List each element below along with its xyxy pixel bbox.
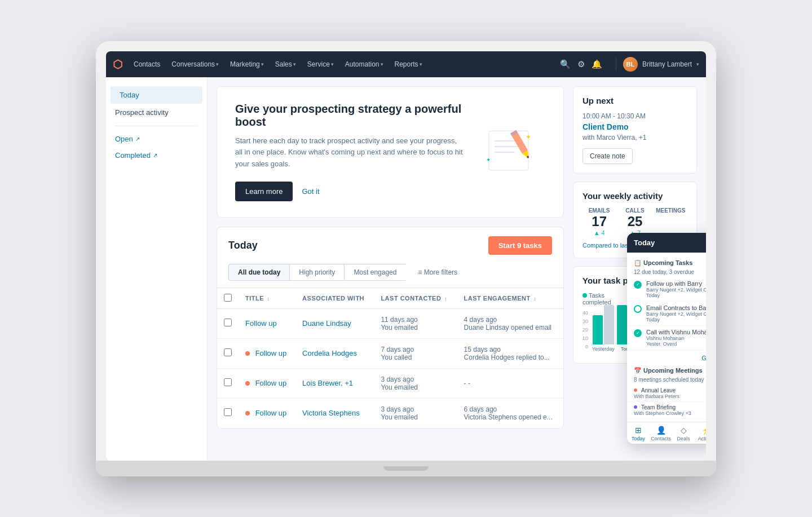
filter-more-button[interactable]: ≡ More filters	[410, 264, 465, 281]
mobile-nav-deals[interactable]: ◇ Deals	[672, 426, 695, 441]
mobile-title: Today	[634, 238, 655, 247]
tasks-title: Today	[228, 240, 258, 251]
meeting-1-dot	[634, 388, 637, 392]
sidebar-divider	[115, 126, 198, 126]
nav-marketing[interactable]: Marketing ▾	[226, 58, 268, 70]
contact-0[interactable]: Duane Lindsay	[302, 319, 351, 328]
task-1-time: Today	[646, 293, 706, 298]
task-title-2[interactable]: Follow up	[255, 379, 287, 387]
mobile-meeting-1[interactable]: Annual Leave With Barbara Peters Now	[627, 385, 706, 402]
meeting-name[interactable]: Client Demo	[582, 122, 687, 131]
sidebar-item-today[interactable]: Today	[111, 86, 202, 104]
meeting-1-with: With Barbara Peters	[634, 394, 706, 399]
table-row: Follow up Duane Lindsay 11 days ago You …	[217, 308, 563, 338]
tasks-filters: All due today High priority Most engaged…	[217, 264, 563, 288]
learn-more-button[interactable]: Learn more	[235, 182, 293, 201]
table-row: Follow up Victoria Stephens 3 days ago Y…	[217, 398, 563, 428]
row-checkbox-1[interactable]	[224, 348, 232, 356]
table-row: Follow up Cordelia Hodges 7 days ago You…	[217, 338, 563, 368]
mobile-nav-contacts[interactable]: 👤 Contacts	[650, 426, 672, 441]
meeting-3-name: Contract Renewal	[641, 421, 686, 422]
mobile-task-1[interactable]: ✓ Follow up with Barry Barry Nugent +2, …	[627, 277, 706, 302]
mobile-nav-activity[interactable]: ⚡ Activity	[695, 426, 706, 441]
task-1-name: Follow up with Barry	[646, 280, 706, 287]
legend-completed: Tasks completed	[582, 292, 632, 306]
task-1-check: ✓	[634, 281, 642, 289]
row-checkbox-0[interactable]	[224, 319, 232, 326]
activity-calls: CALLS 25 ▲ 7	[618, 207, 651, 236]
bar-label-yesterday: Yesterday	[592, 346, 615, 352]
mobile-task-3[interactable]: ✓ Call with Vishnu Mohanan Vishnu Mohana…	[627, 326, 706, 350]
contact-1[interactable]: Cordelia Hodges	[302, 349, 357, 357]
bar-yesterday-scheduled	[604, 305, 614, 344]
filter-all-due-today[interactable]: All due today	[228, 264, 289, 281]
username: Brittany Lambert	[642, 60, 692, 68]
mobile-task-2[interactable]: Email Contracts to Barry Barry Nugent +2…	[627, 302, 706, 326]
filter-most-engaged[interactable]: Most engaged	[344, 264, 405, 281]
up-next-title: Up next	[582, 96, 687, 105]
mobile-upcoming-meetings-label: 📅 Upcoming Meetings	[627, 365, 706, 377]
sidebar-link-open[interactable]: Open ↗	[106, 131, 207, 147]
activity-emails: EMAILS 17 ▲ 4	[582, 207, 616, 236]
user-menu[interactable]: BL Brittany Lambert ▾	[623, 57, 699, 72]
hero-card: Give your prospecting strategy a powerfu…	[217, 86, 564, 218]
last-engagement-1: 15 days ago	[464, 346, 557, 353]
nav-sales[interactable]: Sales ▾	[271, 58, 301, 70]
notifications-icon[interactable]: 🔔	[592, 59, 602, 69]
mobile-nav-contacts-label: Contacts	[651, 436, 671, 441]
activity-icon: ⚡	[701, 426, 707, 435]
nav-reports[interactable]: Reports ▾	[390, 58, 427, 70]
priority-dot	[245, 351, 250, 356]
hubspot-logo[interactable]: ⬡	[113, 58, 122, 71]
last-contacted-1: 7 days ago	[381, 346, 450, 353]
mobile-nav-today[interactable]: ⊞ Today	[627, 426, 650, 441]
mobile-tasks-count: 12 due today, 3 overdue	[627, 269, 706, 277]
start-tasks-button[interactable]: Start 9 tasks	[488, 236, 552, 255]
tasks-table: TITLE ↕ ASSOCIATED WITH LAST CONTACTED ↕…	[217, 288, 563, 428]
task-3-time: Yester. Overd	[646, 341, 706, 347]
filter-high-priority[interactable]: High priority	[289, 264, 344, 281]
task-title-3[interactable]: Follow up	[255, 409, 287, 417]
weekly-activity-title: Your weekly activity	[582, 191, 687, 201]
last-engagement-3: 6 days ago	[464, 405, 557, 413]
task-3-sub: Vishnu Mohanan	[646, 335, 706, 341]
bar-today-completed	[617, 305, 627, 344]
meeting-2-dot	[634, 405, 637, 409]
go-to-tasks-link[interactable]: Go to tasks	[701, 355, 706, 361]
contact-2[interactable]: Lois Brewer, +1	[302, 379, 353, 387]
mobile-nav: ⊞ Today 👤 Contacts ◇ Deals ⚡ Activity	[627, 422, 706, 444]
meeting-2-name: Team Briefing	[641, 404, 676, 410]
priority-dot	[245, 411, 250, 416]
search-icon[interactable]: 🔍	[560, 59, 571, 69]
nav-contacts[interactable]: Contacts	[129, 58, 165, 70]
sidebar-link-completed[interactable]: Completed ↗	[106, 147, 207, 164]
got-it-button[interactable]: Got it	[302, 187, 319, 196]
contacts-icon: 👤	[656, 426, 666, 435]
nav-automation[interactable]: Automation ▾	[341, 58, 388, 70]
hero-description: Start here each day to track prospect ac…	[235, 135, 464, 170]
contact-3[interactable]: Victoria Stephens	[302, 409, 360, 417]
mobile-header: Today + 🔍	[627, 233, 706, 253]
row-checkbox-2[interactable]	[224, 378, 232, 386]
sidebar-item-prospect-activity[interactable]: Prospect activity	[106, 104, 207, 121]
activity-meetings: MEETINGS	[654, 207, 687, 236]
task-title-1[interactable]: Follow up	[255, 349, 287, 357]
hero-title: Give your prospecting strategy a powerfu…	[235, 103, 464, 129]
hero-text: Give your prospecting strategy a powerfu…	[235, 103, 464, 201]
nav-service[interactable]: Service ▾	[303, 58, 338, 70]
task-3-check: ✓	[634, 329, 642, 337]
last-engagement-2: - -	[464, 379, 557, 387]
create-note-button[interactable]: Create note	[582, 148, 633, 164]
select-all-checkbox[interactable]	[224, 294, 232, 302]
row-checkbox-3[interactable]	[224, 408, 232, 416]
col-last-contacted: LAST CONTACTED ↕	[374, 288, 457, 309]
tasks-card: Today Start 9 tasks All due today High p…	[217, 227, 564, 429]
settings-icon[interactable]: ⚙	[577, 59, 585, 69]
mobile-meeting-3[interactable]: Contract Renewal With Bob O'Brian in 3 h…	[627, 419, 706, 422]
task-title-0[interactable]: Follow up	[245, 319, 277, 328]
nav-conversations[interactable]: Conversations ▾	[167, 58, 223, 70]
meeting-1-name: Annual Leave	[641, 387, 676, 394]
hero-illustration: ✦ ✦	[478, 125, 545, 178]
mobile-meeting-2[interactable]: Team Briefing With Stephen Crowley +3 in…	[627, 402, 706, 419]
col-title: TITLE ↕	[239, 288, 295, 309]
